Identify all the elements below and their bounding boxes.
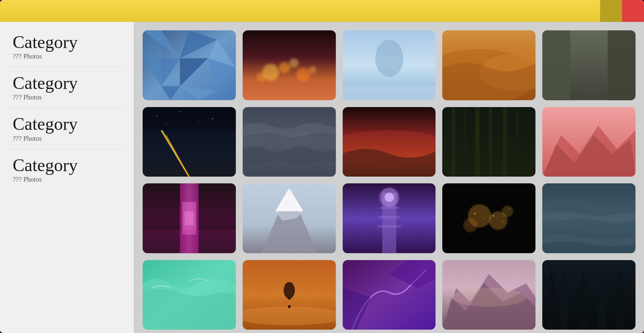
- photo-3[interactable]: [343, 30, 436, 100]
- svg-point-14: [289, 58, 298, 67]
- photo-grid: [143, 30, 636, 330]
- svg-point-18: [375, 40, 403, 77]
- category-count: ??? Photos: [13, 53, 121, 60]
- svg-rect-49: [489, 107, 492, 177]
- photo-18[interactable]: [343, 260, 436, 330]
- svg-point-41: [165, 123, 166, 124]
- svg-rect-50: [503, 107, 507, 177]
- category-item-4[interactable]: Category??? Photos: [8, 149, 125, 190]
- svg-point-36: [156, 116, 157, 117]
- photo-17[interactable]: [243, 260, 336, 330]
- category-item-2[interactable]: Category??? Photos: [8, 67, 125, 108]
- photo-19[interactable]: [442, 260, 536, 330]
- svg-rect-61: [184, 211, 194, 225]
- svg-rect-20: [343, 86, 436, 100]
- svg-point-88: [243, 306, 336, 325]
- svg-rect-28: [609, 30, 636, 100]
- svg-point-12: [279, 62, 290, 73]
- svg-point-98: [452, 288, 526, 306]
- category-name: Category: [13, 32, 121, 52]
- close-button[interactable]: [622, 0, 644, 22]
- sidebar: Category??? PhotosCategory??? PhotosCate…: [0, 22, 134, 333]
- svg-point-89: [284, 282, 295, 299]
- window-controls: [600, 0, 644, 22]
- svg-point-40: [198, 121, 199, 121]
- svg-point-81: [493, 215, 494, 217]
- photo-4[interactable]: [442, 30, 536, 100]
- category-count: ??? Photos: [13, 135, 121, 142]
- svg-point-38: [212, 118, 213, 119]
- category-count: ??? Photos: [13, 176, 121, 183]
- svg-rect-27: [542, 30, 570, 100]
- photo-11[interactable]: [143, 183, 236, 253]
- photo-16[interactable]: [143, 260, 236, 330]
- svg-point-70: [384, 193, 394, 202]
- app-window: Category??? PhotosCategory??? PhotosCate…: [0, 0, 644, 333]
- svg-point-80: [484, 218, 485, 219]
- photo-12[interactable]: [243, 183, 336, 253]
- category-name: Category: [13, 114, 121, 134]
- photo-area: [134, 22, 644, 333]
- photo-8[interactable]: [343, 107, 436, 177]
- titlebar: [0, 0, 644, 22]
- svg-point-77: [463, 218, 477, 232]
- svg-rect-51: [516, 107, 519, 177]
- svg-point-84: [509, 209, 510, 209]
- category-name: Category: [13, 73, 121, 93]
- photo-15[interactable]: [542, 183, 636, 253]
- svg-point-37: [179, 111, 180, 112]
- photo-1[interactable]: [143, 30, 236, 100]
- photo-5[interactable]: [542, 30, 636, 100]
- minimize-button[interactable]: [600, 0, 622, 22]
- svg-point-39: [222, 113, 222, 114]
- svg-rect-73: [377, 226, 400, 228]
- photo-20[interactable]: [542, 260, 636, 330]
- svg-point-15: [309, 66, 317, 74]
- category-item-3[interactable]: Category??? Photos: [8, 108, 125, 149]
- photo-13[interactable]: [343, 183, 436, 253]
- svg-point-79: [474, 213, 476, 214]
- svg-point-82: [503, 221, 503, 222]
- svg-point-91: [288, 305, 291, 308]
- svg-rect-47: [463, 107, 466, 177]
- category-count: ??? Photos: [13, 94, 121, 101]
- photo-6[interactable]: [143, 107, 236, 177]
- photo-14[interactable]: [442, 183, 536, 253]
- category-item-1[interactable]: Category??? Photos: [8, 26, 125, 67]
- svg-point-83: [468, 224, 468, 225]
- svg-point-13: [296, 67, 310, 81]
- svg-rect-90: [288, 297, 291, 300]
- svg-point-16: [257, 72, 266, 81]
- photo-2[interactable]: [243, 30, 336, 100]
- svg-rect-62: [143, 230, 236, 253]
- svg-rect-35: [143, 107, 236, 130]
- svg-rect-72: [379, 216, 400, 218]
- svg-rect-46: [452, 107, 455, 177]
- photo-9[interactable]: [442, 107, 536, 177]
- main-content: Category??? PhotosCategory??? PhotosCate…: [0, 22, 644, 333]
- svg-point-78: [502, 206, 513, 217]
- photo-10[interactable]: [542, 107, 636, 177]
- category-name: Category: [13, 156, 121, 175]
- photo-7[interactable]: [243, 107, 336, 177]
- svg-rect-29: [570, 30, 607, 100]
- svg-rect-71: [380, 207, 398, 209]
